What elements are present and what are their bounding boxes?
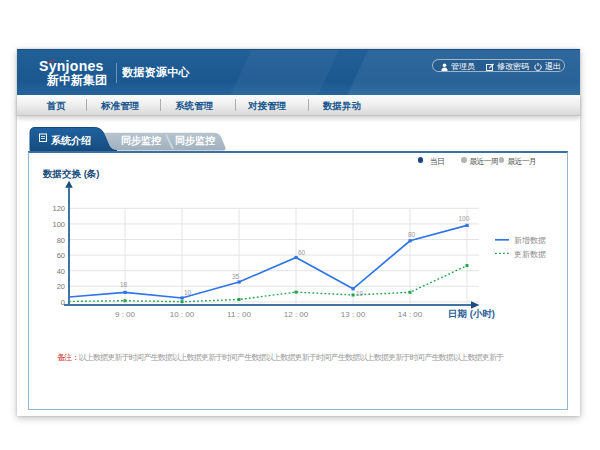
- svg-text:60: 60: [298, 249, 306, 256]
- svg-text:60: 60: [56, 251, 64, 260]
- svg-text:100: 100: [458, 215, 469, 222]
- svg-text:20: 20: [56, 282, 64, 291]
- svg-text:18: 18: [120, 280, 128, 287]
- svg-text:新增数据: 新增数据: [514, 236, 546, 245]
- svg-text:9 : 00: 9 : 00: [114, 309, 135, 318]
- svg-text:100: 100: [52, 219, 65, 228]
- svg-text:同步监控: 同步监控: [175, 135, 216, 147]
- svg-text:14 : 00: 14 : 00: [397, 309, 422, 318]
- svg-text:120: 120: [52, 204, 65, 213]
- svg-text:10: 10: [184, 289, 192, 296]
- svg-text:35: 35: [232, 272, 240, 279]
- svg-text:0: 0: [60, 297, 64, 306]
- svg-text:40: 40: [56, 266, 64, 275]
- svg-text:10: 10: [356, 289, 364, 296]
- svg-text:更新数据: 更新数据: [514, 249, 546, 258]
- svg-text:11 : 00: 11 : 00: [227, 309, 251, 318]
- svg-text:10 : 00: 10 : 00: [169, 309, 194, 318]
- svg-text:80: 80: [56, 235, 64, 244]
- svg-text:13 : 00: 13 : 00: [340, 309, 365, 318]
- svg-text:日期 (小时): 日期 (小时): [448, 308, 495, 319]
- svg-text:系统介绍: 系统介绍: [50, 135, 91, 146]
- svg-text:同步监控: 同步监控: [121, 135, 162, 147]
- svg-text:80: 80: [408, 230, 416, 237]
- svg-text:12 : 00: 12 : 00: [283, 309, 308, 318]
